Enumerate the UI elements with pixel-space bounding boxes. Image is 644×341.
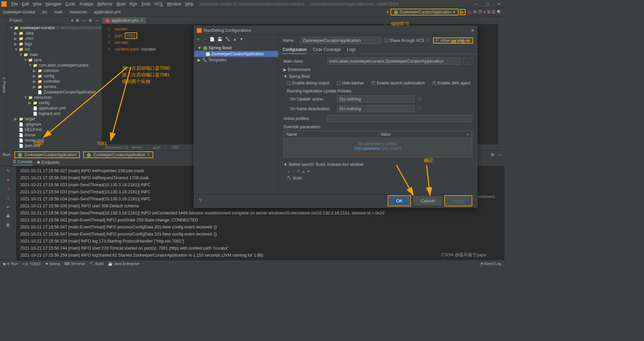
tree-templates[interactable]: ▶🔧Templates: [194, 57, 278, 63]
tab-coverage[interactable]: Code Coverage: [313, 46, 341, 54]
tree-node[interactable]: ▶ service: [7, 84, 102, 89]
main-class-input[interactable]: [327, 58, 460, 65]
env-section[interactable]: ▶ Environment: [283, 67, 472, 72]
tree-node[interactable]: ▶ logs: [7, 41, 102, 47]
menu-file[interactable]: File: [9, 2, 20, 6]
tree-node[interactable]: application.yml: [7, 106, 102, 111]
print-icon[interactable]: 🖶: [6, 213, 10, 220]
dialog-close-icon[interactable]: ✕: [471, 28, 474, 33]
down-icon[interactable]: ↓: [7, 195, 9, 202]
left-tool-strip[interactable]: 1: Project: [0, 16, 7, 150]
tree-node[interactable]: ▼ java: [7, 57, 102, 63]
tree-node[interactable]: pom.xml: [7, 143, 102, 148]
on-update-select[interactable]: Do nothing: [337, 95, 414, 103]
help-icon[interactable]: ⓘ: [418, 96, 422, 102]
tree-node[interactable]: mvnw.cmd: [7, 138, 102, 143]
minimize-icon[interactable]: —: [470, 0, 482, 8]
tree-node[interactable]: ▶ config: [7, 73, 102, 79]
apply-button[interactable]: Apply: [446, 197, 471, 205]
add-icon[interactable]: ＋: [196, 37, 200, 42]
add-row-icon[interactable]: ＋: [465, 132, 471, 137]
sb-terminal[interactable]: ⌨ Terminal: [64, 262, 85, 266]
tree-node[interactable]: ▼ src: [7, 47, 102, 52]
copy-icon[interactable]: 📄: [210, 37, 215, 42]
up-icon[interactable]: ↑: [7, 186, 9, 193]
wrap-icon[interactable]: ↩: [6, 204, 10, 211]
tree-node[interactable]: ▶ controller: [7, 79, 102, 84]
maximize-icon[interactable]: ▢: [482, 0, 493, 8]
menu-refactor[interactable]: Refactor: [96, 2, 115, 6]
add-param-link[interactable]: Add parameter: [354, 146, 381, 151]
more-icon[interactable]: ☰: [492, 10, 495, 14]
bc-root[interactable]: zookeeper-curator: [3, 10, 35, 14]
tree-node[interactable]: ▼ com.alian.zookeepercurator: [7, 63, 102, 68]
close-icon[interactable]: ✕: [493, 0, 504, 8]
menu-edit[interactable]: Edit: [20, 2, 31, 6]
tree-node[interactable]: ▶ .mvn: [7, 36, 102, 41]
trash-icon[interactable]: 🗑: [6, 222, 10, 229]
locate-icon[interactable]: ⊕: [76, 18, 79, 23]
tree-node[interactable]: ▶ target: [7, 116, 102, 122]
sb-spring[interactable]: ❀ Spring: [45, 262, 60, 266]
tree-springboot[interactable]: ▼⬤Spring Boot: [194, 45, 278, 51]
allow-parallel-check[interactable]: Allow parallel run: [435, 38, 471, 43]
run-gear-icon[interactable]: ⚙: [491, 152, 494, 157]
chk-jmx[interactable]: Enable JMX agent: [432, 81, 471, 85]
tree-node[interactable]: .gitignore: [7, 122, 102, 127]
gear-icon[interactable]: ⚙: [89, 18, 92, 23]
remove-icon[interactable]: －: [203, 37, 207, 42]
on-frame-select[interactable]: Do nothing: [337, 105, 414, 112]
menu-navigate[interactable]: Navigate: [44, 2, 63, 6]
tab-logs[interactable]: Logs: [347, 46, 356, 54]
sb-java[interactable]: ☕ Java Enterprise: [108, 262, 140, 266]
endpoints-tab[interactable]: ✱ Endpoints: [37, 160, 59, 165]
bc-src[interactable]: src: [42, 10, 47, 14]
save-icon[interactable]: 💾: [217, 37, 222, 42]
run-config-tab-1[interactable]: ⬤ZookeeperCuratorApplication: [14, 151, 80, 158]
up-arrow-icon[interactable]: ▲: [233, 37, 237, 42]
debug-icon[interactable]: 🐞: [467, 10, 472, 14]
chk-launch[interactable]: Enable launch optimization: [371, 81, 425, 85]
run-config-tab-2[interactable]: ⬤ZookeeperCuratorApplication×: [83, 151, 153, 158]
help-icon-2[interactable]: ⓘ: [418, 106, 422, 112]
menu-help[interactable]: Help: [183, 2, 196, 6]
active-profiles-input[interactable]: [327, 115, 472, 122]
menu-vcs[interactable]: VCS: [153, 2, 165, 6]
down-arrow-icon[interactable]: ▼: [239, 37, 244, 42]
tree-node[interactable]: ▼ resources: [7, 95, 102, 100]
rerun-icon[interactable]: ↻: [6, 167, 10, 175]
springboot-section[interactable]: ▼ Spring Boot: [283, 74, 472, 79]
build-icon[interactable]: ⬍: [386, 10, 389, 14]
chk-hide[interactable]: Hide banner: [337, 81, 364, 85]
menu-code[interactable]: Code: [63, 2, 77, 6]
tree-node[interactable]: ▶ common: [7, 68, 102, 73]
bc-main[interactable]: main: [54, 10, 63, 14]
right-tool-strip[interactable]: [498, 16, 504, 150]
tree-node[interactable]: mvnw: [7, 132, 102, 138]
coverage-icon[interactable]: ⟳: [473, 10, 477, 14]
dialog-help-icon[interactable]: ?: [199, 198, 202, 204]
browse-icon[interactable]: …: [464, 58, 472, 65]
tree-node[interactable]: ▼ main: [7, 52, 102, 57]
name-input[interactable]: [300, 37, 381, 44]
cancel-button[interactable]: Cancel: [414, 197, 442, 205]
before-launch-section[interactable]: ▼ Before launch: Build, Activate tool wi…: [283, 162, 472, 167]
chk-debug[interactable]: Enable debug output: [287, 81, 329, 85]
sb-run[interactable]: ▶ 4: Run: [3, 262, 18, 266]
menu-view[interactable]: View: [31, 2, 44, 6]
run-icon[interactable]: ▶: [461, 10, 464, 14]
run-hide-icon[interactable]: —: [498, 152, 502, 157]
vcs-icon[interactable]: ⇅: [487, 10, 490, 14]
tab-configuration[interactable]: Configuration: [283, 46, 307, 54]
close-tab-icon[interactable]: ×: [140, 18, 143, 23]
tree-node[interactable]: ▶ config: [7, 100, 102, 106]
project-dropdown-icon[interactable]: ▾: [71, 18, 73, 23]
collapse-icon[interactable]: —: [82, 18, 86, 23]
menu-build[interactable]: Build: [115, 2, 128, 6]
console-tab[interactable]: ☰ Console: [13, 159, 32, 165]
wrench-icon[interactable]: 🔧: [225, 37, 230, 42]
menu-analyze[interactable]: Analyze: [77, 2, 96, 6]
tree-config-item[interactable]: ⬤ZookeeperCuratorApplication: [194, 51, 278, 57]
tree-node[interactable]: ZookeeperCuratorApplication: [7, 89, 102, 95]
tree-node[interactable]: ▶ .idea: [7, 30, 102, 36]
